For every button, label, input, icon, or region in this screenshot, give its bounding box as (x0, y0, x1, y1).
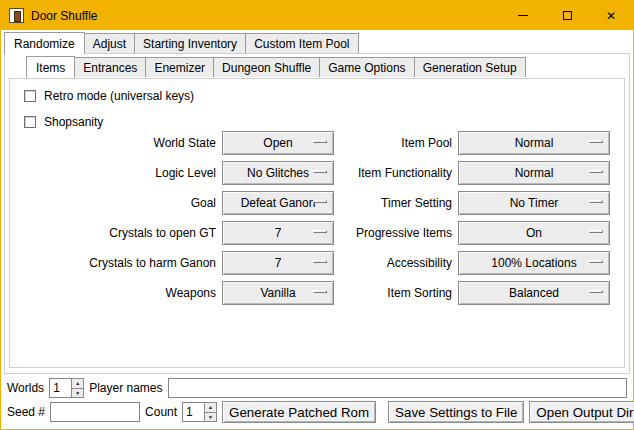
accessibility-dropdown[interactable]: 100% Locations (458, 251, 610, 275)
worlds-spin-down-icon[interactable]: ▼ (71, 388, 84, 399)
open-output-directory-button[interactable]: Open Output Directory (529, 401, 634, 423)
shopsanity-label: Shopsanity (44, 115, 103, 129)
crystals-open-gt-value: 7 (275, 226, 282, 240)
crystals-harm-ganon-value: 7 (275, 256, 282, 270)
goal-label: Goal (16, 191, 216, 215)
crystals-open-gt-dropdown[interactable]: 7 (222, 221, 334, 245)
tab-enemizer[interactable]: Enemizer (145, 57, 214, 77)
dropdown-indicator-icon (589, 260, 603, 263)
timer-setting-value: No Timer (510, 196, 559, 210)
weapons-dropdown[interactable]: Vanilla (222, 281, 334, 305)
maximize-button[interactable] (545, 1, 589, 30)
item-pool-label: Item Pool (340, 131, 452, 155)
client-area: Randomize Adjust Starting Inventory Cust… (1, 30, 633, 429)
dropdown-indicator-icon (313, 260, 327, 263)
items-pane: Retro mode (universal keys) Shopsanity W… (9, 78, 625, 368)
seed-row: Seed # Count ▲ ▼ Generate Patched Rom Sa… (7, 401, 627, 423)
item-pool-dropdown[interactable]: Normal (458, 131, 610, 155)
dropdown-indicator-icon (589, 230, 603, 233)
shopsanity-checkbox-row[interactable]: Shopsanity (24, 115, 103, 129)
weapons-value: Vanilla (260, 286, 295, 300)
settings-grid: World State Open Item Pool Normal Logic … (16, 131, 610, 305)
timer-setting-label: Timer Setting (340, 191, 452, 215)
shopsanity-checkbox[interactable] (24, 116, 36, 128)
item-functionality-dropdown[interactable]: Normal (458, 161, 610, 185)
minimize-button[interactable] (501, 1, 545, 30)
timer-setting-dropdown[interactable]: No Timer (458, 191, 610, 215)
dropdown-indicator-icon (589, 290, 603, 293)
count-spin-down-icon[interactable]: ▼ (204, 412, 217, 423)
window-title: Door Shuffle (31, 9, 501, 23)
worlds-input[interactable] (49, 378, 71, 398)
main-tab-bar: Randomize Adjust Starting Inventory Cust… (4, 32, 359, 53)
app-icon (9, 8, 24, 23)
world-state-dropdown[interactable]: Open (222, 131, 334, 155)
close-button[interactable]: ✕ (589, 1, 633, 30)
worlds-row: Worlds ▲ ▼ Player names (7, 377, 627, 399)
world-state-value: Open (263, 136, 292, 150)
minimize-icon (518, 15, 528, 16)
item-functionality-label: Item Functionality (340, 161, 452, 185)
count-spin-up-icon[interactable]: ▲ (204, 402, 217, 412)
generate-patched-rom-button[interactable]: Generate Patched Rom (222, 401, 376, 423)
retro-mode-checkbox[interactable] (24, 90, 36, 102)
worlds-spin-up-icon[interactable]: ▲ (71, 378, 84, 388)
dropdown-indicator-icon (589, 200, 603, 203)
item-sorting-value: Balanced (509, 286, 559, 300)
count-input[interactable] (182, 402, 204, 422)
tab-dungeon-shuffle[interactable]: Dungeon Shuffle (213, 57, 320, 77)
dropdown-indicator-icon (313, 290, 327, 293)
tab-starting-inventory[interactable]: Starting Inventory (134, 33, 246, 53)
logic-level-dropdown[interactable]: No Glitches (222, 161, 334, 185)
tab-game-options[interactable]: Game Options (319, 57, 414, 77)
sub-tab-bar: Items Entrances Enemizer Dungeon Shuffle… (26, 56, 526, 77)
tab-entrances[interactable]: Entrances (74, 57, 146, 77)
randomize-pane: Items Entrances Enemizer Dungeon Shuffle… (4, 53, 630, 374)
worlds-spinner: ▲ ▼ (49, 378, 84, 398)
dropdown-indicator-icon (313, 140, 327, 143)
item-sorting-dropdown[interactable]: Balanced (458, 281, 610, 305)
tab-adjust[interactable]: Adjust (84, 33, 135, 53)
player-names-input[interactable] (168, 378, 628, 398)
accessibility-value: 100% Locations (491, 256, 576, 270)
tab-randomize[interactable]: Randomize (4, 32, 85, 54)
goal-value: Defeat Ganon (241, 196, 316, 210)
logic-level-value: No Glitches (247, 166, 309, 180)
seed-input[interactable] (50, 402, 140, 422)
retro-mode-checkbox-row[interactable]: Retro mode (universal keys) (24, 89, 194, 103)
caption-buttons: ✕ (501, 1, 633, 30)
weapons-label: Weapons (16, 281, 216, 305)
item-pool-value: Normal (515, 136, 554, 150)
crystals-open-gt-label: Crystals to open GT (16, 221, 216, 245)
tab-items[interactable]: Items (26, 56, 75, 78)
dropdown-indicator-icon (313, 170, 327, 173)
tab-custom-item-pool[interactable]: Custom Item Pool (245, 33, 358, 53)
save-settings-button[interactable]: Save Settings to File (388, 401, 524, 423)
progressive-items-dropdown[interactable]: On (458, 221, 610, 245)
world-state-label: World State (16, 131, 216, 155)
app-window: Door Shuffle ✕ Randomize Adjust Starting… (0, 0, 634, 430)
item-sorting-label: Item Sorting (340, 281, 452, 305)
close-icon: ✕ (606, 10, 616, 22)
dropdown-indicator-icon (589, 170, 603, 173)
worlds-label: Worlds (7, 381, 44, 395)
crystals-harm-ganon-label: Crystals to harm Ganon (16, 251, 216, 275)
tab-generation-setup[interactable]: Generation Setup (414, 57, 526, 77)
titlebar: Door Shuffle ✕ (1, 1, 633, 30)
player-names-label: Player names (89, 381, 162, 395)
retro-mode-label: Retro mode (universal keys) (44, 89, 194, 103)
progressive-items-value: On (526, 226, 542, 240)
seed-label: Seed # (7, 405, 45, 419)
progressive-items-label: Progressive Items (340, 221, 452, 245)
count-label: Count (145, 405, 177, 419)
maximize-icon (563, 11, 572, 20)
dropdown-indicator-icon (589, 140, 603, 143)
dropdown-indicator-icon (313, 200, 327, 203)
item-functionality-value: Normal (515, 166, 554, 180)
dropdown-indicator-icon (313, 230, 327, 233)
count-spinner: ▲ ▼ (182, 402, 217, 422)
accessibility-label: Accessibility (340, 251, 452, 275)
count-spinner-arrows: ▲ ▼ (204, 402, 217, 422)
goal-dropdown[interactable]: Defeat Ganon (222, 191, 334, 215)
crystals-harm-ganon-dropdown[interactable]: 7 (222, 251, 334, 275)
